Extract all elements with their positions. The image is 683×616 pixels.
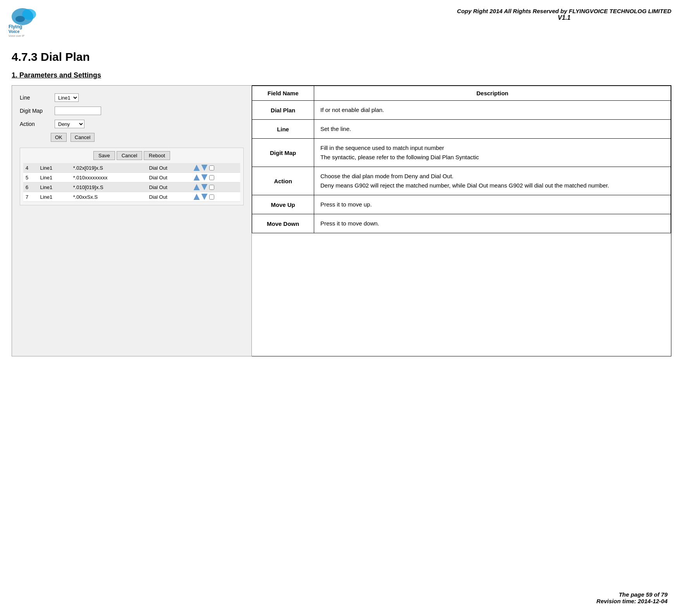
move-down-icon[interactable]	[201, 184, 208, 190]
digit-map-row: Digit Map	[20, 107, 244, 115]
row-line: Line1	[38, 163, 71, 173]
revision-info: Revision time: 2014-12-04	[597, 598, 668, 604]
section-heading: 1. Parameters and Settings	[0, 67, 683, 85]
field-name-cell: Digit Map	[252, 139, 314, 167]
page-title: 4.7.3 Dial Plan	[0, 43, 683, 67]
reboot-button[interactable]: Reboot	[144, 151, 170, 160]
page-info: The page 59 of 79	[597, 591, 668, 598]
left-table-area: Save Cancel Reboot 4 Line1 *.02x[019]x.S…	[20, 148, 244, 205]
desc-table-row: Digit Map Fill in the sequence used to m…	[252, 139, 671, 167]
move-down-icon[interactable]	[201, 174, 208, 181]
table-buttons: Save Cancel Reboot	[23, 151, 240, 160]
table-row: 5 Line1 *.010xxxxxxxxx Dial Out	[23, 173, 240, 182]
description-cell: Set the line.	[314, 120, 671, 139]
cancel-button[interactable]: Cancel	[71, 133, 95, 142]
desc-table-row: Move Up Press it to move up.	[252, 195, 671, 214]
table-row: 6 Line1 *.010[019]x.S Dial Out	[23, 182, 240, 192]
row-line: Line1	[38, 192, 71, 202]
action-row: Action Deny Dial Out	[20, 120, 244, 128]
col-field-name: Field Name	[252, 86, 314, 101]
row-num: 4	[23, 163, 38, 173]
cancel-table-button[interactable]: Cancel	[117, 151, 142, 160]
row-arrows	[191, 182, 240, 192]
action-select[interactable]: Deny Dial Out	[55, 120, 84, 128]
ok-cancel-row: OK Cancel	[20, 133, 244, 142]
row-line: Line1	[38, 173, 71, 182]
row-pattern: *.010[019]x.S	[71, 182, 147, 192]
row-action: Dial Out	[147, 192, 191, 202]
svg-text:Flying: Flying	[9, 24, 22, 29]
logo-icon: Flying Voice Voice over IP	[8, 6, 46, 37]
svg-point-2	[15, 16, 25, 22]
main-content: Line Line1 Line2 Digit Map Action Deny D…	[0, 85, 683, 356]
logo: Flying Voice Voice over IP	[4, 4, 50, 39]
field-name-cell: Move Down	[252, 214, 314, 233]
row-action: Dial Out	[147, 163, 191, 173]
description-cell: Press it to move down.	[314, 214, 671, 233]
row-num: 5	[23, 173, 38, 182]
description-cell: If or not enable dial plan.	[314, 101, 671, 120]
row-checkbox[interactable]	[209, 194, 214, 200]
dial-plan-table: 4 Line1 *.02x[019]x.S Dial Out 5 Line1 *…	[23, 163, 240, 202]
footer: The page 59 of 79 Revision time: 2014-12…	[597, 591, 668, 604]
row-checkbox[interactable]	[209, 165, 214, 170]
move-up-icon[interactable]	[194, 165, 200, 171]
row-pattern: *.010xxxxxxxxx	[71, 173, 147, 182]
copyright-text: Copy Right 2014 All Rights Reserved by F…	[457, 8, 671, 14]
move-up-icon[interactable]	[194, 194, 200, 200]
move-down-icon[interactable]	[201, 165, 208, 171]
description-cell: Fill in the sequence used to match input…	[314, 139, 671, 167]
ok-button[interactable]: OK	[51, 133, 67, 142]
line-select-wrap: Line1 Line2	[55, 93, 79, 102]
digit-map-label: Digit Map	[20, 108, 51, 114]
row-num: 6	[23, 182, 38, 192]
digit-map-input[interactable]	[55, 107, 101, 115]
row-action: Dial Out	[147, 173, 191, 182]
desc-table-row: Move Down Press it to move down.	[252, 214, 671, 233]
version-text: V1.1	[457, 14, 671, 21]
save-button[interactable]: Save	[93, 151, 115, 160]
field-name-cell: Action	[252, 167, 314, 195]
left-panel: Line Line1 Line2 Digit Map Action Deny D…	[12, 85, 252, 356]
row-pattern: *.00xxSx.S	[71, 192, 147, 202]
svg-text:Voice: Voice	[9, 29, 20, 34]
desc-table-row: Action Choose the dial plan mode from De…	[252, 167, 671, 195]
row-arrows	[191, 173, 240, 182]
row-line: Line1	[38, 182, 71, 192]
row-num: 7	[23, 192, 38, 202]
row-pattern: *.02x[019]x.S	[71, 163, 147, 173]
field-name-cell: Move Up	[252, 195, 314, 214]
field-name-cell: Line	[252, 120, 314, 139]
line-label: Line	[20, 95, 51, 101]
table-row: 7 Line1 *.00xxSx.S Dial Out	[23, 192, 240, 202]
col-description: Description	[314, 86, 671, 101]
row-arrows	[191, 163, 240, 173]
desc-table-row: Line Set the line.	[252, 120, 671, 139]
field-name-cell: Dial Plan	[252, 101, 314, 120]
row-checkbox[interactable]	[209, 175, 214, 180]
move-down-icon[interactable]	[201, 194, 208, 200]
row-action: Dial Out	[147, 182, 191, 192]
svg-text:Voice over IP: Voice over IP	[9, 34, 25, 37]
action-label: Action	[20, 121, 51, 127]
row-checkbox[interactable]	[209, 185, 214, 190]
move-up-icon[interactable]	[194, 174, 200, 181]
description-table: Field Name Description Dial Plan If or n…	[252, 86, 671, 233]
line-row: Line Line1 Line2	[20, 93, 244, 102]
line-select[interactable]: Line1 Line2	[55, 93, 79, 102]
table-row: 4 Line1 *.02x[019]x.S Dial Out	[23, 163, 240, 173]
description-cell: Press it to move up.	[314, 195, 671, 214]
header-right: Copy Right 2014 All Rights Reserved by F…	[457, 4, 671, 21]
move-up-icon[interactable]	[194, 184, 200, 190]
description-cell: Choose the dial plan mode from Deny and …	[314, 167, 671, 195]
row-arrows	[191, 192, 240, 202]
desc-table-row: Dial Plan If or not enable dial plan.	[252, 101, 671, 120]
header: Flying Voice Voice over IP Copy Right 20…	[0, 0, 683, 43]
right-panel: Field Name Description Dial Plan If or n…	[252, 85, 671, 356]
